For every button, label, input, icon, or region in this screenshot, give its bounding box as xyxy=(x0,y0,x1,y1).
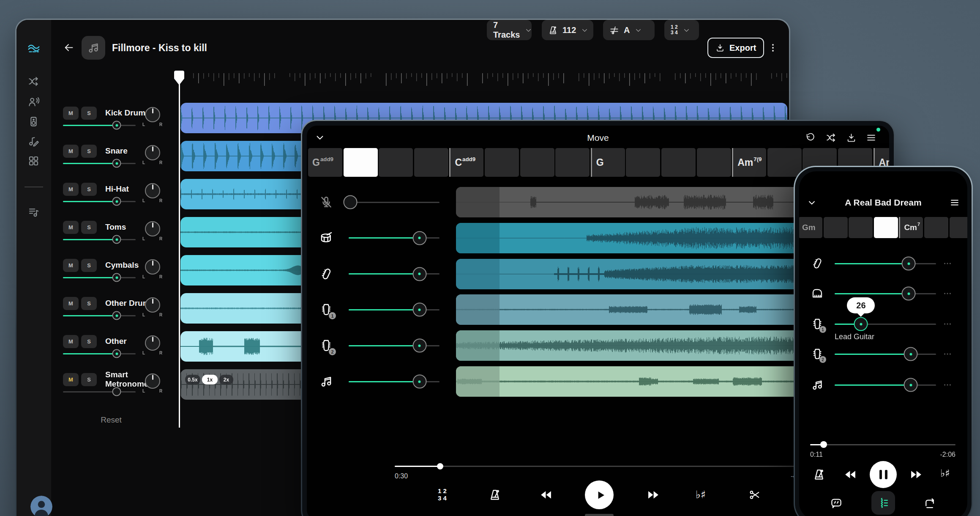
chord-cell[interactable]: Cm7 xyxy=(899,217,923,238)
slider-knob[interactable] xyxy=(112,273,121,282)
slider-knob[interactable] xyxy=(412,339,426,353)
progress-knob[interactable] xyxy=(437,463,443,469)
volume-slider[interactable] xyxy=(63,197,136,206)
transport-metronome[interactable] xyxy=(489,489,501,501)
download-button[interactable] xyxy=(846,132,857,143)
volume-slider[interactable] xyxy=(63,121,136,130)
bpm-dropdown[interactable]: 112 xyxy=(542,20,593,40)
reset-button[interactable]: Reset xyxy=(86,415,136,425)
phone-menu-button[interactable] xyxy=(950,198,960,208)
chord-cell[interactable] xyxy=(824,217,848,238)
sidebar-item-compose-note[interactable] xyxy=(28,135,39,147)
slider-knob[interactable] xyxy=(904,347,918,361)
chord-cell[interactable] xyxy=(379,148,413,177)
solo-button[interactable]: S xyxy=(81,221,97,234)
pan-knob[interactable] xyxy=(145,259,160,274)
volume-slider[interactable] xyxy=(835,289,936,298)
export-button[interactable]: Export xyxy=(707,38,764,58)
volume-slider[interactable] xyxy=(835,380,936,390)
solo-button[interactable]: S xyxy=(81,145,97,158)
back-button[interactable] xyxy=(63,42,74,53)
transport-forward[interactable] xyxy=(647,489,660,501)
volume-slider[interactable] xyxy=(349,341,439,350)
mute-button[interactable]: M xyxy=(63,297,79,310)
chord-cell[interactable] xyxy=(661,148,696,177)
chord-cell[interactable] xyxy=(344,148,378,177)
mute-button[interactable]: M xyxy=(63,221,79,234)
slider-knob[interactable] xyxy=(112,159,121,168)
volume-slider[interactable] xyxy=(349,377,439,386)
phone-transport-rewind[interactable] xyxy=(844,468,857,481)
pan-knob[interactable] xyxy=(145,335,160,351)
transport-cut[interactable] xyxy=(749,489,761,501)
chord-cell[interactable]: Am7(9 xyxy=(732,148,766,177)
chord-cell[interactable] xyxy=(874,217,898,238)
chord-cell[interactable] xyxy=(520,148,554,177)
speed-toggle-1x[interactable]: 1x xyxy=(202,375,218,384)
chord-cell[interactable] xyxy=(414,148,448,177)
slider-knob[interactable] xyxy=(854,317,868,331)
volume-slider[interactable] xyxy=(63,311,136,320)
timeline-ruler[interactable] xyxy=(180,71,787,92)
pan-knob[interactable] xyxy=(145,297,160,313)
transport-pitch[interactable]: ♭♯ xyxy=(696,489,706,501)
more-menu-button[interactable] xyxy=(768,43,778,53)
chord-cell[interactable] xyxy=(697,148,731,177)
chords-tab[interactable] xyxy=(871,491,895,515)
volume-slider[interactable] xyxy=(835,259,936,268)
stem-options-button[interactable] xyxy=(943,349,952,359)
transport-rewind[interactable] xyxy=(540,489,552,501)
chord-cell[interactable]: G xyxy=(591,148,625,177)
solo-button[interactable]: S xyxy=(81,259,97,272)
slider-knob[interactable] xyxy=(112,387,121,396)
sidebar-item-setlist-note[interactable] xyxy=(28,206,39,218)
solo-button[interactable]: S xyxy=(81,107,97,120)
volume-slider[interactable] xyxy=(349,305,439,314)
loop-tab[interactable] xyxy=(923,497,936,510)
slider-knob[interactable] xyxy=(412,231,426,245)
slider-knob[interactable] xyxy=(112,121,121,130)
chord-cell[interactable] xyxy=(485,148,519,177)
sidebar-item-voice-person[interactable] xyxy=(28,96,39,107)
solo-button[interactable]: S xyxy=(81,183,97,196)
chord-cell[interactable]: Cadd9 xyxy=(449,148,483,177)
slider-knob[interactable] xyxy=(112,197,121,206)
chord-cell[interactable]: Gm xyxy=(799,217,822,238)
slider-knob[interactable] xyxy=(112,235,121,244)
solo-button[interactable]: S xyxy=(81,373,97,386)
chord-cell[interactable] xyxy=(555,148,590,177)
slider-knob[interactable] xyxy=(112,349,121,358)
volume-slider[interactable] xyxy=(63,273,136,282)
volume-slider[interactable] xyxy=(349,269,439,279)
slider-knob[interactable] xyxy=(412,375,426,389)
mute-button[interactable]: M xyxy=(63,335,79,348)
sidebar-item-split-arrows[interactable] xyxy=(28,76,39,87)
volume-slider[interactable] xyxy=(835,319,936,329)
tracks-dropdown[interactable]: 7 Tracks xyxy=(487,20,532,40)
stem-options-button[interactable] xyxy=(943,259,952,268)
avatar[interactable] xyxy=(30,496,52,516)
mute-button[interactable]: M xyxy=(63,183,79,196)
volume-slider[interactable] xyxy=(63,349,136,358)
volume-slider[interactable] xyxy=(63,387,136,396)
slider-knob[interactable] xyxy=(112,311,121,320)
menu-button[interactable] xyxy=(866,132,876,143)
chord-cell[interactable]: Gadd9 xyxy=(308,148,342,177)
pan-knob[interactable] xyxy=(145,373,160,389)
key-dropdown[interactable]: A xyxy=(603,20,655,40)
pan-knob[interactable] xyxy=(145,145,160,160)
mute-button[interactable]: M xyxy=(63,107,79,120)
solo-button[interactable]: S xyxy=(81,335,97,348)
phone-transport-forward[interactable] xyxy=(910,468,923,481)
volume-slider[interactable] xyxy=(63,159,136,168)
mute-button[interactable]: M xyxy=(63,259,79,272)
speed-toggle-2x[interactable]: 2x xyxy=(219,375,233,384)
speed-toggle-0.5x[interactable]: 0.5x xyxy=(185,375,200,384)
slider-knob[interactable] xyxy=(902,257,916,271)
transport-play[interactable] xyxy=(585,480,614,509)
sidebar-item-apps-grid[interactable] xyxy=(28,155,39,167)
slider-knob[interactable] xyxy=(904,378,918,392)
phone-transport-pitch[interactable]: ♭♯ xyxy=(940,467,950,479)
phone-progress-track[interactable] xyxy=(810,444,955,445)
pan-knob[interactable] xyxy=(145,107,160,122)
